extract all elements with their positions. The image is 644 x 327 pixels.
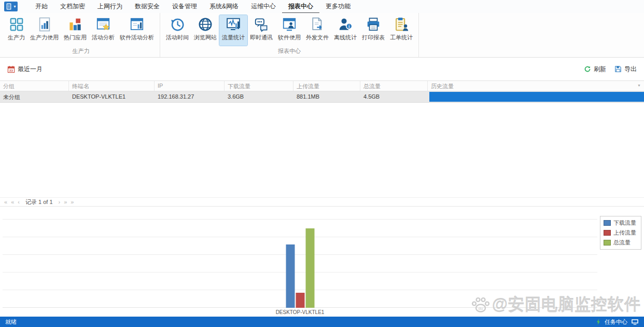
legend-item: 下载流量	[604, 219, 638, 227]
document-chart-icon	[37, 17, 52, 32]
filter-dropdown-icon[interactable]: ▼	[637, 84, 641, 87]
ribbon-button-label: 软件使用	[278, 34, 301, 42]
legend-item: 总流量	[604, 239, 638, 247]
window-person-icon	[282, 17, 297, 32]
bar-上传流量	[296, 293, 304, 308]
traffic-monitor-icon	[226, 17, 241, 32]
ribbon-button-label: 软件活动分析	[120, 34, 154, 42]
tab-data-security[interactable]: 数据安全	[129, 0, 166, 13]
ribbon-outgoing-files-button[interactable]: 外发文件	[303, 15, 331, 46]
cell-upload: 881.1MB	[293, 91, 360, 102]
menu-tabs: 开始 文档加密 上网行为 数据安全 设备管理 系统&网络 运维中心 报表中心 更…	[29, 0, 357, 13]
chart-legend: 下载流量上传流量总流量	[600, 216, 641, 250]
ribbon-button-label: 打印报表	[362, 34, 385, 42]
ribbon-activity-analysis-button[interactable]: 活动分析	[89, 15, 117, 46]
tab-doc-encryption[interactable]: 文档加密	[54, 0, 91, 13]
table-header-row: 分组 终端名 IP 下载流量 上传流量 总流量 历史流量▼	[0, 80, 644, 91]
task-center-button[interactable]: 任务中心	[596, 318, 639, 326]
date-range-label: 最近一月	[18, 65, 43, 74]
clipboard-person-icon	[394, 17, 409, 32]
export-icon	[614, 65, 622, 73]
ribbon-button-label: 工单统计	[390, 34, 413, 42]
cell-terminal: DESKTOP-VLKTLE1	[69, 91, 155, 102]
export-label: 导出	[624, 65, 637, 74]
column-header-download[interactable]: 下载流量	[225, 81, 293, 91]
tab-start[interactable]: 开始	[29, 0, 54, 13]
monitor-icon[interactable]	[631, 319, 639, 325]
tab-device-management[interactable]: 设备管理	[166, 0, 203, 13]
pager-last-icon[interactable]: »	[71, 199, 74, 205]
ribbon-button-label: 生产力使用	[30, 34, 59, 42]
pager-prev-page-icon[interactable]: «	[11, 199, 14, 205]
bar-总流量	[305, 228, 314, 308]
clock-history-icon	[170, 17, 185, 32]
svg-text:23: 23	[9, 68, 13, 72]
legend-label: 下载流量	[613, 219, 636, 227]
ribbon-productivity-button[interactable]: 生产力	[5, 15, 27, 46]
pager-first-icon[interactable]: «	[4, 199, 7, 205]
grid-icon	[9, 17, 24, 32]
chat-bubbles-icon	[254, 17, 269, 32]
ribbon-traffic-stats-button[interactable]: 流量统计	[219, 15, 247, 46]
legend-swatch	[604, 220, 611, 226]
ribbon-button-label: 生产力	[8, 34, 25, 42]
pager-prev-icon[interactable]: ‹	[18, 199, 20, 205]
chart-plot: DESKTOP-VLKTLE1	[3, 207, 597, 308]
column-header-upload[interactable]: 上传流量	[293, 81, 360, 91]
ribbon-instant-messaging-button[interactable]: 即时通讯	[247, 15, 275, 46]
export-button[interactable]: 导出	[614, 65, 637, 74]
column-header-ip[interactable]: IP	[155, 81, 225, 91]
tab-more-features[interactable]: 更多功能	[319, 0, 357, 13]
menubar: ▾ 开始 文档加密 上网行为 数据安全 设备管理 系统&网络 运维中心 报表中心…	[0, 0, 644, 13]
ribbon-button-label: 即时通讯	[250, 34, 273, 42]
ribbon-software-activity-analysis-button[interactable]: 软件活动分析	[117, 15, 157, 46]
tab-ops-center[interactable]: 运维中心	[245, 0, 282, 13]
ribbon-print-report-button[interactable]: 打印报表	[359, 15, 387, 46]
ribbon-hot-apps-button[interactable]: 热门应用	[61, 15, 89, 46]
ribbon-activity-time-button[interactable]: 活动时间	[163, 15, 191, 46]
pager-record-text: 记录 1 of 1	[25, 198, 53, 206]
pager-next-page-icon[interactable]: »	[64, 199, 67, 205]
legend-label: 总流量	[613, 239, 631, 247]
date-range-filter[interactable]: 23 最近一月	[7, 65, 43, 74]
tab-report-center[interactable]: 报表中心	[282, 0, 319, 13]
globe-icon	[198, 17, 213, 32]
refresh-button[interactable]: 刷新	[584, 65, 606, 74]
pager: « « ‹ 记录 1 of 1 › » »	[0, 197, 644, 207]
column-header-history[interactable]: 历史流量▼	[428, 81, 644, 91]
ribbon-button-label: 外发文件	[306, 34, 329, 42]
ribbon-software-usage-button[interactable]: 软件使用	[275, 15, 303, 46]
printer-icon	[366, 17, 381, 32]
document-star-icon	[95, 17, 111, 32]
cell-history	[428, 91, 644, 102]
bar-group	[285, 228, 315, 308]
legend-label: 上传流量	[613, 229, 636, 237]
tab-system-network[interactable]: 系统&网络	[203, 0, 245, 13]
task-center-label: 任务中心	[605, 318, 627, 326]
person-info-icon: i	[338, 17, 353, 32]
statusbar: 就绪 任务中心	[0, 317, 644, 327]
tab-web-behavior[interactable]: 上网行为	[91, 0, 129, 13]
empty-area	[0, 103, 644, 197]
app-icon	[6, 3, 12, 10]
chart-gridline	[3, 219, 597, 220]
legend-swatch	[604, 240, 611, 246]
refresh-icon	[584, 65, 591, 73]
column-header-total[interactable]: 总流量	[360, 81, 428, 91]
column-header-group[interactable]: 分组	[0, 81, 69, 91]
app-menu-button[interactable]: ▾	[4, 2, 18, 11]
legend-swatch	[604, 230, 611, 236]
calendar-icon: 23	[7, 65, 15, 73]
cell-group: 未分组	[0, 91, 69, 102]
pager-next-icon[interactable]: ›	[59, 199, 61, 205]
table-row[interactable]: 未分组 DESKTOP-VLKTLE1 192.168.31.27 3.6GB …	[0, 91, 644, 103]
ribbon-button-label: 热门应用	[64, 34, 87, 42]
ribbon: 生产力 生产力使用 热门应用 活动分析 软件活动分析 生产力	[0, 13, 644, 58]
ribbon-ticket-stats-button[interactable]: 工单统计	[387, 15, 415, 46]
svg-text:i: i	[348, 24, 349, 29]
ribbon-offline-stats-button[interactable]: i 离线统计	[331, 15, 359, 46]
column-header-terminal[interactable]: 终端名	[69, 81, 155, 91]
ribbon-browse-websites-button[interactable]: 浏览网站	[191, 15, 219, 46]
refresh-label: 刷新	[594, 65, 606, 74]
ribbon-productivity-usage-button[interactable]: 生产力使用	[27, 15, 61, 46]
